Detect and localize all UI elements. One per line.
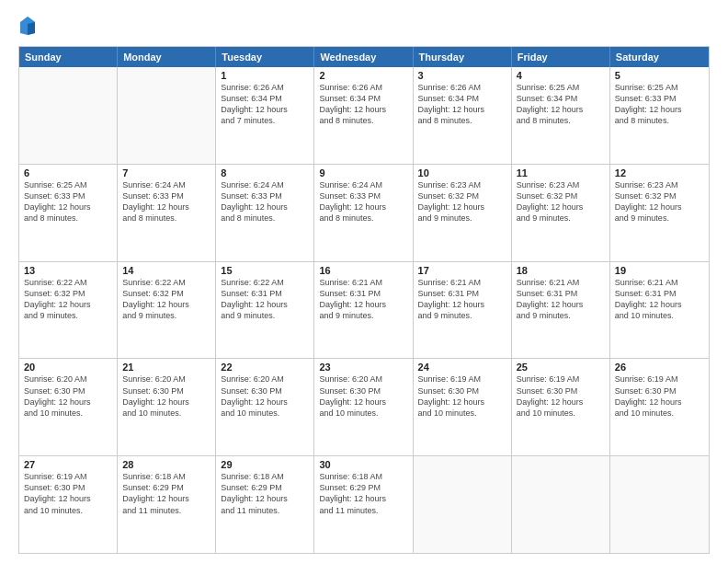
calendar-cell bbox=[414, 456, 512, 553]
cell-line: Sunset: 6:30 PM bbox=[319, 385, 407, 396]
cell-line: Sunrise: 6:26 AM bbox=[319, 82, 407, 93]
cell-line: Sunrise: 6:23 AM bbox=[418, 179, 506, 190]
header-day-wednesday: Wednesday bbox=[314, 47, 413, 67]
cell-line: Sunset: 6:29 PM bbox=[122, 482, 210, 493]
calendar-cell: 14Sunrise: 6:22 AMSunset: 6:32 PMDayligh… bbox=[118, 262, 216, 359]
cell-line: and 9 minutes. bbox=[615, 213, 704, 224]
day-number: 28 bbox=[122, 459, 210, 470]
cell-line: and 10 minutes. bbox=[122, 408, 210, 419]
logo-icon bbox=[18, 15, 37, 37]
calendar-week-2: 6Sunrise: 6:25 AMSunset: 6:33 PMDaylight… bbox=[19, 165, 709, 262]
cell-line: Sunrise: 6:24 AM bbox=[122, 179, 210, 190]
cell-line: Daylight: 12 hours bbox=[319, 396, 407, 408]
calendar-cell: 24Sunrise: 6:19 AMSunset: 6:30 PMDayligh… bbox=[414, 359, 512, 455]
cell-line: Daylight: 12 hours bbox=[319, 299, 407, 310]
cell-line: and 10 minutes. bbox=[24, 408, 112, 419]
calendar-cell: 7Sunrise: 6:24 AMSunset: 6:33 PMDaylight… bbox=[118, 165, 216, 261]
day-number: 4 bbox=[517, 70, 605, 81]
cell-line: and 9 minutes. bbox=[517, 213, 605, 224]
cell-line: Daylight: 12 hours bbox=[517, 104, 605, 115]
cell-line: Sunrise: 6:19 AM bbox=[615, 373, 704, 385]
cell-line: and 9 minutes. bbox=[24, 310, 112, 321]
day-number: 18 bbox=[517, 265, 605, 276]
day-number: 23 bbox=[319, 362, 407, 373]
calendar-cell: 12Sunrise: 6:23 AMSunset: 6:32 PMDayligh… bbox=[610, 165, 709, 261]
cell-line: Sunset: 6:34 PM bbox=[221, 93, 309, 104]
cell-line: Sunset: 6:33 PM bbox=[319, 190, 407, 201]
cell-line: Daylight: 12 hours bbox=[418, 396, 506, 408]
day-number: 3 bbox=[418, 70, 506, 81]
day-number: 12 bbox=[615, 167, 704, 178]
cell-line: Sunset: 6:31 PM bbox=[319, 288, 407, 299]
cell-line: and 9 minutes. bbox=[418, 213, 506, 224]
day-number: 8 bbox=[221, 167, 309, 178]
cell-line: Sunrise: 6:22 AM bbox=[122, 277, 210, 288]
cell-line: Sunrise: 6:26 AM bbox=[418, 82, 506, 93]
calendar-cell bbox=[19, 67, 118, 164]
cell-line: Daylight: 12 hours bbox=[122, 493, 210, 504]
calendar-cell bbox=[512, 456, 610, 553]
cell-line: Daylight: 12 hours bbox=[24, 396, 112, 408]
cell-line: Sunset: 6:32 PM bbox=[615, 190, 704, 201]
calendar-cell: 18Sunrise: 6:21 AMSunset: 6:31 PMDayligh… bbox=[512, 262, 610, 359]
cell-line: and 8 minutes. bbox=[122, 213, 210, 224]
cell-line: Daylight: 12 hours bbox=[517, 396, 605, 408]
cell-line: Sunset: 6:32 PM bbox=[418, 190, 506, 201]
cell-line: Daylight: 12 hours bbox=[24, 299, 112, 310]
cell-line: and 9 minutes. bbox=[122, 310, 210, 321]
day-number: 21 bbox=[122, 362, 210, 373]
day-number: 1 bbox=[221, 70, 309, 81]
cell-line: and 10 minutes. bbox=[24, 505, 112, 516]
cell-line: Daylight: 12 hours bbox=[24, 201, 112, 213]
day-number: 13 bbox=[24, 265, 112, 276]
cell-line: and 8 minutes. bbox=[517, 115, 605, 126]
header-day-thursday: Thursday bbox=[414, 47, 512, 67]
day-number: 17 bbox=[418, 265, 506, 276]
cell-line: Daylight: 12 hours bbox=[517, 201, 605, 213]
calendar-cell: 27Sunrise: 6:19 AMSunset: 6:30 PMDayligh… bbox=[19, 456, 118, 553]
cell-line: and 8 minutes. bbox=[418, 115, 506, 126]
cell-line: Sunset: 6:33 PM bbox=[122, 190, 210, 201]
calendar-cell: 20Sunrise: 6:20 AMSunset: 6:30 PMDayligh… bbox=[19, 359, 118, 455]
day-number: 25 bbox=[517, 362, 605, 373]
cell-line: Daylight: 12 hours bbox=[221, 201, 309, 213]
cell-line: Daylight: 12 hours bbox=[615, 104, 704, 115]
cell-line: and 9 minutes. bbox=[418, 310, 506, 321]
cell-line: Sunrise: 6:18 AM bbox=[319, 471, 407, 482]
calendar-cell: 19Sunrise: 6:21 AMSunset: 6:31 PMDayligh… bbox=[610, 262, 709, 359]
cell-line: Sunrise: 6:18 AM bbox=[122, 471, 210, 482]
cell-line: Sunrise: 6:20 AM bbox=[221, 373, 309, 385]
cell-line: Daylight: 12 hours bbox=[221, 396, 309, 408]
calendar-cell: 9Sunrise: 6:24 AMSunset: 6:33 PMDaylight… bbox=[314, 165, 413, 261]
calendar-week-5: 27Sunrise: 6:19 AMSunset: 6:30 PMDayligh… bbox=[19, 456, 709, 553]
cell-line: and 10 minutes. bbox=[615, 408, 704, 419]
cell-line: Sunrise: 6:21 AM bbox=[615, 277, 704, 288]
cell-line: Sunset: 6:32 PM bbox=[24, 288, 112, 299]
cell-line: Daylight: 12 hours bbox=[615, 299, 704, 310]
calendar-cell: 25Sunrise: 6:19 AMSunset: 6:30 PMDayligh… bbox=[512, 359, 610, 455]
day-number: 14 bbox=[122, 265, 210, 276]
cell-line: Daylight: 12 hours bbox=[319, 104, 407, 115]
cell-line: Sunset: 6:33 PM bbox=[24, 190, 112, 201]
cell-line: Daylight: 12 hours bbox=[122, 396, 210, 408]
day-number: 29 bbox=[221, 459, 309, 470]
cell-line: Sunset: 6:34 PM bbox=[418, 93, 506, 104]
cell-line: Sunrise: 6:22 AM bbox=[24, 277, 112, 288]
cell-line: and 8 minutes. bbox=[615, 115, 704, 126]
cell-line: Sunrise: 6:24 AM bbox=[221, 179, 309, 190]
calendar-week-3: 13Sunrise: 6:22 AMSunset: 6:32 PMDayligh… bbox=[19, 262, 709, 360]
page: SundayMondayTuesdayWednesdayThursdayFrid… bbox=[0, 0, 728, 563]
calendar-cell: 26Sunrise: 6:19 AMSunset: 6:30 PMDayligh… bbox=[610, 359, 709, 455]
cell-line: and 9 minutes. bbox=[517, 310, 605, 321]
cell-line: Sunrise: 6:18 AM bbox=[221, 471, 309, 482]
cell-line: Daylight: 12 hours bbox=[221, 104, 309, 115]
header bbox=[18, 15, 710, 37]
day-number: 19 bbox=[615, 265, 704, 276]
cell-line: Sunrise: 6:19 AM bbox=[418, 373, 506, 385]
cell-line: Sunset: 6:34 PM bbox=[517, 93, 605, 104]
cell-line: and 7 minutes. bbox=[221, 115, 309, 126]
cell-line: and 11 minutes. bbox=[319, 505, 407, 516]
cell-line: Sunrise: 6:22 AM bbox=[221, 277, 309, 288]
calendar-cell: 22Sunrise: 6:20 AMSunset: 6:30 PMDayligh… bbox=[216, 359, 314, 455]
cell-line: and 10 minutes. bbox=[221, 408, 309, 419]
